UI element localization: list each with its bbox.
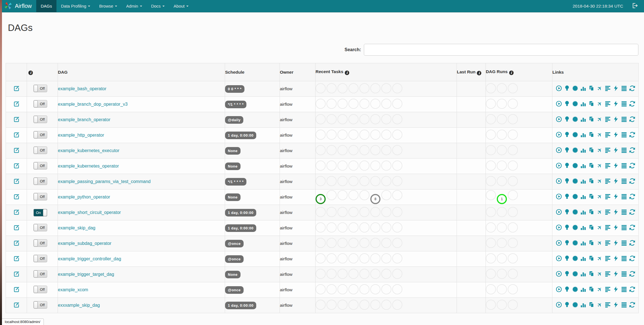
code-icon[interactable]	[613, 101, 619, 107]
recent-task-circle[interactable]	[326, 176, 337, 186]
recent-task-circle[interactable]	[326, 300, 337, 310]
edit-dag-icon[interactable]	[13, 304, 19, 309]
dag-name-link[interactable]: example_xcom	[58, 287, 88, 292]
edit-dag-icon[interactable]	[13, 165, 19, 170]
recent-task-circle[interactable]	[348, 190, 359, 200]
recent-task-circle[interactable]	[326, 99, 337, 109]
task-duration-icon[interactable]	[580, 101, 586, 107]
recent-task-circle[interactable]	[316, 83, 326, 93]
task-duration-icon[interactable]	[580, 132, 586, 138]
recent-task-circle[interactable]	[337, 83, 348, 93]
recent-task-circle[interactable]	[370, 130, 380, 140]
graph-view-icon[interactable]	[572, 224, 578, 231]
graph-view-icon[interactable]	[572, 193, 578, 200]
task-tries-icon[interactable]	[588, 255, 595, 261]
recent-task-circle[interactable]	[326, 207, 337, 217]
header-owner[interactable]: Owner	[280, 63, 316, 81]
dag-run-circle[interactable]	[486, 161, 496, 171]
pause-toggle[interactable]: Off	[33, 116, 47, 123]
dag-name-link[interactable]: example_short_circuit_operator	[58, 210, 121, 215]
gantt-icon[interactable]	[605, 302, 611, 308]
dag-run-circle[interactable]	[486, 83, 496, 93]
recent-task-circle[interactable]	[359, 284, 369, 294]
edit-dag-icon[interactable]	[13, 134, 19, 139]
recent-task-circle[interactable]	[359, 114, 369, 124]
trigger-dag-icon[interactable]	[556, 209, 562, 215]
gantt-icon[interactable]	[605, 224, 611, 231]
refresh-icon[interactable]	[629, 224, 635, 231]
recent-task-circle[interactable]	[326, 238, 337, 248]
recent-task-circle[interactable]	[348, 269, 359, 279]
recent-task-circle[interactable]	[359, 238, 369, 248]
dag-name-link[interactable]: example_branch_operator	[58, 117, 110, 122]
trigger-dag-icon[interactable]	[556, 255, 562, 261]
recent-task-circle[interactable]	[326, 222, 337, 233]
graph-view-icon[interactable]	[572, 255, 578, 261]
dag-name-link[interactable]: example_trigger_controller_dag	[58, 256, 121, 261]
dag-run-circle[interactable]	[497, 99, 507, 109]
gantt-icon[interactable]	[605, 209, 611, 215]
landing-times-icon[interactable]: ✈	[597, 271, 603, 277]
recent-task-circle[interactable]	[337, 176, 348, 186]
recent-task-circle[interactable]	[348, 145, 359, 155]
task-tries-icon[interactable]	[588, 302, 595, 308]
recent-task-circle[interactable]	[337, 238, 348, 248]
recent-task-circle[interactable]	[326, 114, 337, 124]
code-icon[interactable]	[613, 271, 619, 277]
recent-task-circle[interactable]	[392, 253, 402, 263]
recent-task-circle[interactable]	[337, 145, 348, 155]
task-duration-icon[interactable]	[580, 193, 586, 200]
recent-task-circle[interactable]	[348, 300, 359, 310]
refresh-icon[interactable]	[629, 302, 635, 308]
dag-run-circle[interactable]	[497, 300, 507, 310]
nav-item-dags[interactable]: DAGs	[36, 0, 56, 12]
recent-task-circle[interactable]	[337, 300, 348, 310]
logs-icon[interactable]	[621, 85, 627, 91]
dag-run-circle[interactable]	[486, 130, 496, 140]
tree-view-icon[interactable]	[564, 209, 570, 215]
recent-task-circle[interactable]	[316, 269, 326, 279]
recent-task-circle[interactable]	[359, 269, 369, 279]
graph-view-icon[interactable]	[572, 302, 578, 308]
recent-task-circle[interactable]	[337, 207, 348, 217]
recent-task-circle[interactable]	[359, 99, 369, 109]
task-tries-icon[interactable]	[588, 147, 595, 153]
landing-times-icon[interactable]: ✈	[597, 147, 603, 153]
recent-task-circle[interactable]	[392, 284, 402, 294]
code-icon[interactable]	[613, 209, 619, 215]
recent-task-circle[interactable]	[337, 269, 348, 279]
recent-task-circle[interactable]	[359, 176, 369, 186]
refresh-icon[interactable]	[629, 178, 635, 184]
edit-dag-icon[interactable]	[13, 211, 19, 216]
edit-dag-icon[interactable]	[13, 288, 19, 293]
pause-toggle[interactable]: Off	[33, 193, 47, 200]
recent-task-circle[interactable]	[337, 190, 348, 200]
tree-view-icon[interactable]	[564, 132, 570, 138]
trigger-dag-icon[interactable]	[556, 286, 562, 292]
recent-task-circle[interactable]	[316, 284, 326, 294]
task-duration-icon[interactable]	[580, 209, 586, 215]
tree-view-icon[interactable]	[564, 286, 570, 292]
dag-name-link[interactable]: example_http_operator	[58, 133, 104, 137]
recent-task-circle[interactable]: 3	[316, 194, 326, 204]
landing-times-icon[interactable]: ✈	[597, 209, 603, 215]
recent-task-circle[interactable]	[316, 238, 326, 248]
dag-run-circle[interactable]	[508, 238, 518, 248]
dag-run-circle[interactable]	[486, 238, 496, 248]
recent-task-circle[interactable]	[370, 269, 380, 279]
trigger-dag-icon[interactable]	[556, 178, 562, 184]
nav-item-data-profiling[interactable]: Data Profiling	[56, 0, 95, 12]
trigger-dag-icon[interactable]	[556, 162, 562, 169]
pause-toggle[interactable]: Off	[33, 146, 47, 154]
edit-dag-icon[interactable]	[13, 149, 19, 154]
trigger-dag-icon[interactable]	[556, 101, 562, 107]
nav-item-admin[interactable]: Admin	[122, 0, 147, 12]
recent-task-circle[interactable]	[381, 284, 391, 294]
tree-view-icon[interactable]	[564, 240, 570, 246]
recent-task-circle[interactable]	[359, 222, 369, 233]
recent-task-circle[interactable]	[326, 83, 337, 93]
recent-task-circle[interactable]	[392, 269, 402, 279]
recent-task-circle[interactable]	[359, 253, 369, 263]
task-duration-icon[interactable]	[580, 286, 586, 292]
graph-view-icon[interactable]	[572, 116, 578, 122]
